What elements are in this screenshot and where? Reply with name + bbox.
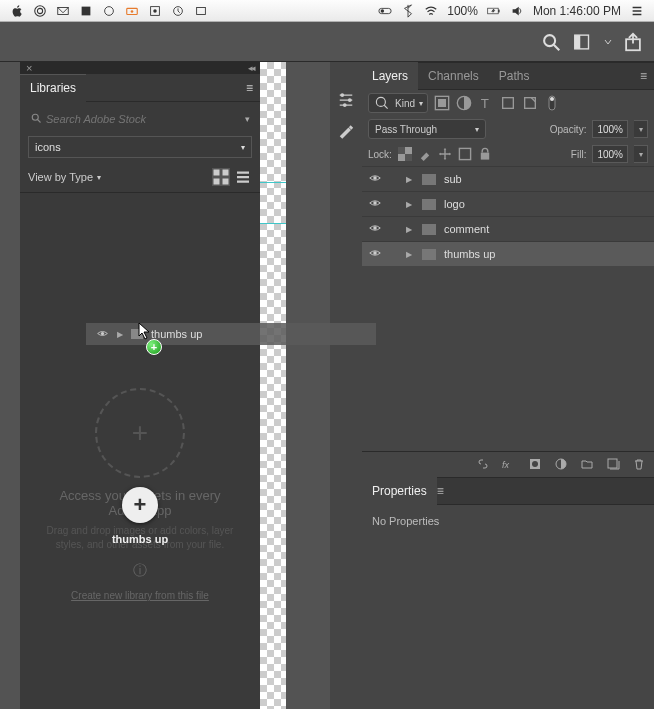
- layer-name[interactable]: sub: [444, 173, 462, 185]
- paths-tab[interactable]: Paths: [489, 62, 540, 90]
- fill-chevron[interactable]: ▾: [634, 145, 648, 163]
- svg-rect-20: [214, 170, 220, 176]
- search-button[interactable]: [540, 31, 562, 53]
- filter-shape-icon[interactable]: [500, 95, 516, 111]
- grid-view-button[interactable]: [212, 168, 230, 186]
- create-library-link[interactable]: Create new library from this file: [40, 590, 240, 601]
- opacity-value[interactable]: 100%: [592, 120, 628, 138]
- battery-icon[interactable]: [487, 4, 501, 18]
- expand-chevron-icon[interactable]: ▶: [406, 250, 414, 259]
- lock-position-icon[interactable]: [438, 147, 452, 161]
- layer-row[interactable]: ▶ logo: [362, 191, 654, 216]
- guide-line: [260, 182, 286, 183]
- new-group-icon[interactable]: [580, 457, 594, 471]
- svg-rect-38: [398, 147, 405, 154]
- layer-name[interactable]: logo: [444, 198, 465, 210]
- layer-row[interactable]: ▶ thumbs up: [362, 241, 654, 266]
- lock-label: Lock:: [368, 149, 392, 160]
- status-icon-2: [79, 4, 93, 18]
- properties-panel-menu[interactable]: ≡: [437, 484, 443, 498]
- filter-adjust-icon[interactable]: [456, 95, 472, 111]
- libraries-tab[interactable]: Libraries: [20, 74, 86, 102]
- menubar-list-icon[interactable]: [630, 4, 644, 18]
- filter-kind-select[interactable]: Kind ▾: [368, 93, 428, 113]
- adjustment-layer-icon[interactable]: [554, 457, 568, 471]
- expand-chevron-icon[interactable]: ▶: [406, 175, 414, 184]
- link-layers-icon[interactable]: [476, 457, 490, 471]
- properties-empty-text: No Properties: [372, 515, 439, 527]
- blend-mode-select[interactable]: Pass Through ▾: [368, 119, 486, 139]
- channels-tab[interactable]: Channels: [418, 62, 489, 90]
- filter-smart-icon[interactable]: [522, 95, 538, 111]
- volume-icon[interactable]: [510, 4, 524, 18]
- switch-icon[interactable]: [378, 4, 392, 18]
- libraries-panel-menu[interactable]: ≡: [238, 81, 260, 95]
- filter-toggle[interactable]: [544, 95, 560, 111]
- lock-transparency-icon[interactable]: [398, 147, 412, 161]
- expand-chevron-icon[interactable]: ▶: [406, 225, 414, 234]
- stock-search-input[interactable]: [28, 108, 237, 130]
- layer-row[interactable]: ▶ sub: [362, 166, 654, 191]
- expand-chevron-icon[interactable]: ▶: [406, 200, 414, 209]
- library-select[interactable]: icons ▾: [28, 136, 252, 158]
- bluetooth-icon[interactable]: [401, 4, 415, 18]
- right-panel-stack: Layers Channels Paths ≡ Kind ▾ T Pass Th…: [362, 62, 654, 709]
- visibility-toggle[interactable]: [368, 246, 382, 262]
- mask-icon[interactable]: [528, 457, 542, 471]
- fx-icon[interactable]: fx: [502, 457, 516, 471]
- filter-pixel-icon[interactable]: [434, 95, 450, 111]
- chevron-down-icon: ▾: [97, 173, 101, 182]
- lock-fill-row: Lock: Fill: 100% ▾: [362, 142, 654, 166]
- opacity-chevron[interactable]: ▾: [634, 120, 648, 138]
- share-button[interactable]: [622, 31, 644, 53]
- arrange-chevron-icon[interactable]: [604, 31, 612, 53]
- app-top-bar: [0, 22, 654, 62]
- visibility-toggle[interactable]: [368, 196, 382, 212]
- svg-rect-41: [481, 153, 489, 160]
- search-scope-chevron[interactable]: ▾: [243, 114, 252, 124]
- svg-point-1: [37, 8, 42, 13]
- arrange-docs-button[interactable]: [572, 31, 594, 53]
- list-view-button[interactable]: [234, 168, 252, 186]
- search-icon: [30, 112, 42, 127]
- layers-tab[interactable]: Layers: [362, 62, 418, 90]
- svg-rect-22: [214, 179, 220, 185]
- lock-paint-icon[interactable]: [418, 147, 432, 161]
- folder-icon: [131, 329, 143, 339]
- svg-text:fx: fx: [502, 460, 510, 470]
- panel-collapse-icon[interactable]: ◂◂: [248, 63, 254, 73]
- svg-point-48: [532, 461, 538, 467]
- view-by-type-button[interactable]: View by Type ▾: [28, 171, 101, 183]
- chevron-down-icon: ▾: [241, 143, 245, 152]
- left-gutter: [0, 62, 20, 709]
- wifi-icon[interactable]: [424, 4, 438, 18]
- panel-drag-header[interactable]: × ◂◂: [20, 62, 260, 74]
- new-layer-icon[interactable]: [606, 457, 620, 471]
- filter-text-icon[interactable]: T: [478, 95, 494, 111]
- properties-tab[interactable]: Properties: [362, 477, 437, 505]
- layer-name[interactable]: thumbs up: [444, 248, 495, 260]
- layer-name[interactable]: comment: [444, 223, 489, 235]
- visibility-toggle[interactable]: [368, 221, 382, 237]
- status-icon-5: [148, 4, 162, 18]
- folder-icon: [422, 174, 436, 185]
- delete-layer-icon[interactable]: [632, 457, 646, 471]
- visibility-icon: [96, 327, 109, 342]
- brush-panel-icon[interactable]: [336, 120, 356, 140]
- lock-all-icon[interactable]: [478, 147, 492, 161]
- guide-line: [260, 223, 286, 224]
- add-asset-fab[interactable]: +: [122, 487, 158, 523]
- svg-point-15: [544, 35, 555, 46]
- panel-close-icon[interactable]: ×: [26, 62, 32, 74]
- apple-icon: [10, 4, 24, 18]
- adjustments-icon[interactable]: [336, 90, 356, 110]
- menubar-clock[interactable]: Mon 1:46:00 PM: [533, 4, 621, 18]
- visibility-toggle[interactable]: [368, 171, 382, 187]
- help-icon[interactable]: ⓘ: [40, 562, 240, 580]
- fill-value[interactable]: 100%: [592, 145, 628, 163]
- svg-point-12: [381, 9, 385, 13]
- lock-artboard-icon[interactable]: [458, 147, 472, 161]
- layers-panel-menu[interactable]: ≡: [632, 69, 654, 83]
- layer-row[interactable]: ▶ comment: [362, 216, 654, 241]
- chevron-down-icon: ▾: [419, 99, 423, 108]
